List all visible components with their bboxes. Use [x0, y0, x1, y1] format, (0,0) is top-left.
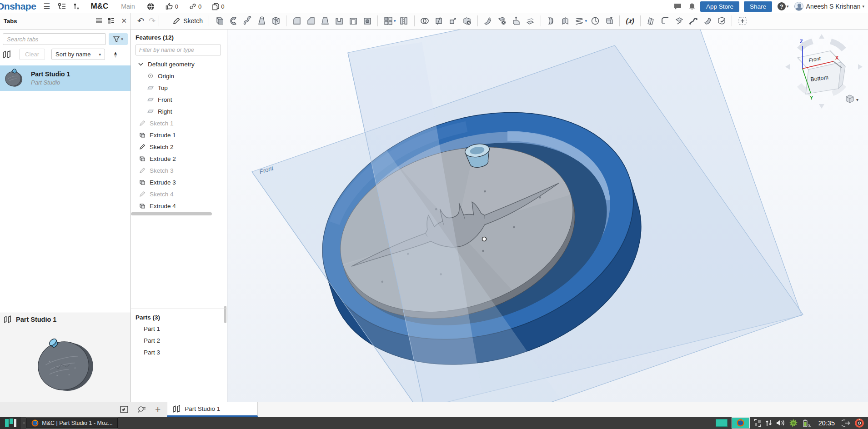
firefox-window-button[interactable]: M&C | Part Studio 1 - Moz...: [26, 418, 117, 428]
active-firefox-indicator[interactable]: [732, 417, 750, 429]
versions-icon[interactable]: [58, 3, 66, 10]
chevron-down-icon[interactable]: [136, 63, 145, 66]
copies-counter[interactable]: 0: [212, 3, 224, 10]
boolean-tool-icon[interactable]: [418, 14, 432, 28]
chamfer-tool-icon[interactable]: [304, 14, 318, 28]
tree-node-right-plane[interactable]: Right: [131, 105, 227, 117]
tree-node-extrude-1[interactable]: Extrude 1: [131, 129, 227, 141]
fillet-tool-icon[interactable]: [290, 14, 304, 28]
network-tray-icon[interactable]: [765, 419, 772, 427]
volume-tray-icon[interactable]: [776, 419, 785, 427]
validate-tool-icon[interactable]: [714, 14, 728, 28]
tab-list-item-part-studio-1[interactable]: Part Studio 1 Part Studio: [0, 65, 130, 91]
share-button[interactable]: Share: [744, 1, 772, 12]
globe-icon[interactable]: [147, 3, 155, 10]
split-tool-icon[interactable]: [432, 14, 446, 28]
list-view-icon[interactable]: [95, 18, 102, 24]
search-tabs-icon[interactable]: [137, 406, 146, 413]
links-counter[interactable]: 0: [189, 3, 201, 10]
trim-surface-tool-icon[interactable]: [700, 14, 714, 28]
battery-tray-icon[interactable]: [802, 419, 812, 427]
clear-filter-button[interactable]: Clear: [19, 49, 45, 60]
extrude-tool-icon[interactable]: [212, 14, 226, 28]
document-name[interactable]: M&C: [91, 2, 109, 11]
user-name[interactable]: Aneesh S Krishnan: [806, 3, 861, 10]
split-surface-tool-icon[interactable]: [672, 14, 686, 28]
undo-icon[interactable]: ↶: [137, 16, 144, 26]
filter-tabs-button[interactable]: ▾: [109, 33, 128, 45]
loft-tool-icon[interactable]: [255, 14, 269, 28]
workspace-switcher[interactable]: [0, 417, 21, 429]
user-avatar[interactable]: [794, 2, 803, 11]
sweep-tool-icon[interactable]: [241, 14, 255, 28]
offset-surface-tool-icon[interactable]: [544, 14, 558, 28]
parts-list-item-part-2[interactable]: Part 2: [131, 334, 227, 346]
app-indicator-icon[interactable]: [854, 418, 864, 428]
thicken-tool-icon[interactable]: [269, 14, 283, 28]
display-tray-icon[interactable]: [716, 419, 728, 427]
parts-list-item-part-1[interactable]: Part 1: [131, 323, 227, 334]
linear-pattern-tool-icon[interactable]: [381, 14, 395, 28]
routing-tool-icon[interactable]: [686, 14, 700, 28]
model-scene[interactable]: Front: [227, 30, 868, 402]
helix-dropdown-icon[interactable]: ▾: [585, 19, 587, 23]
3d-viewport[interactable]: Front: [227, 30, 868, 402]
shell-tool-icon[interactable]: [346, 14, 360, 28]
linear-pattern-dropdown-icon[interactable]: ▾: [394, 19, 396, 23]
custom-feature-tool-icon[interactable]: [735, 14, 749, 28]
tree-node-sketch-2[interactable]: Sketch 2: [131, 141, 227, 153]
helix-tool-icon[interactable]: [572, 14, 587, 28]
grid-view-icon[interactable]: [108, 18, 115, 24]
revolve-tool-icon[interactable]: [226, 14, 241, 28]
tree-node-extrude-4[interactable]: Extrude 4: [131, 200, 227, 212]
comments-icon[interactable]: [673, 3, 682, 10]
sketch-button[interactable]: Sketch: [170, 15, 206, 27]
mirror-tool-icon[interactable]: [397, 14, 411, 28]
fill-surface-tool-icon[interactable]: [558, 14, 572, 28]
notifications-bell-icon[interactable]: [688, 3, 696, 10]
delete-face-tool-icon[interactable]: [495, 14, 509, 28]
replace-face-tool-icon[interactable]: [509, 14, 523, 28]
tree-node-extrude-3[interactable]: Extrude 3: [131, 176, 227, 188]
variable-tool-icon[interactable]: (𝑥): [623, 14, 637, 28]
app-store-button[interactable]: App Store: [700, 1, 739, 12]
transform-tool-icon[interactable]: [446, 14, 460, 28]
enclose-tool-icon[interactable]: [644, 14, 658, 28]
tree-node-sketch-4[interactable]: Sketch 4: [131, 188, 227, 200]
filter-features-input[interactable]: [135, 45, 221, 55]
taskbar-grip[interactable]: ≡: [23, 421, 25, 425]
search-tabs-input[interactable]: [3, 33, 106, 45]
tree-node-front-plane[interactable]: Front: [131, 94, 227, 105]
help-menu[interactable]: ? ▾: [778, 2, 789, 10]
isometric-cube-icon[interactable]: [846, 95, 853, 103]
delete-part-tool-icon[interactable]: [460, 14, 474, 28]
view-options-chevron-icon[interactable]: ▾: [856, 97, 858, 102]
workspace-name[interactable]: Main: [121, 3, 135, 10]
onshape-logo[interactable]: Onshape: [0, 1, 36, 12]
add-tab-icon[interactable]: +: [155, 405, 161, 414]
wrap-tool-icon[interactable]: [602, 14, 616, 28]
horizontal-scrollbar[interactable]: [131, 212, 212, 215]
logout-tray-icon[interactable]: [842, 419, 850, 427]
tree-node-default-geometry[interactable]: Default geometry: [131, 58, 227, 70]
sort-direction-toggle[interactable]: ▲ ▼: [113, 51, 118, 58]
create-version-icon[interactable]: [73, 3, 79, 10]
close-tabs-panel-icon[interactable]: ✕: [121, 17, 127, 25]
offset-face-tool-icon[interactable]: [523, 14, 537, 28]
restore-panels-icon[interactable]: [120, 406, 128, 413]
tree-node-origin[interactable]: Origin: [131, 70, 227, 82]
tree-node-sketch-1[interactable]: Sketch 1: [131, 117, 227, 129]
user-menu-chevron-icon[interactable]: ▾: [862, 4, 864, 9]
origin-marker[interactable]: [482, 237, 487, 241]
view-cube[interactable]: Front Bottom Z X Y ▾: [783, 32, 864, 110]
hole-tool-icon[interactable]: [360, 14, 374, 28]
parts-list-item-part-3[interactable]: Part 3: [131, 346, 227, 358]
bend-tool-icon[interactable]: [658, 14, 672, 28]
revolve-surface-tool-icon[interactable]: [588, 14, 602, 28]
sort-tabs-select[interactable]: Sort by name ▾: [51, 49, 105, 60]
part-studio-tab[interactable]: Part Studio 1: [167, 402, 258, 417]
tree-node-sketch-3[interactable]: Sketch 3: [131, 165, 227, 176]
taskbar-clock[interactable]: 20:35: [818, 419, 835, 427]
likes-counter[interactable]: 0: [166, 3, 178, 10]
draft-tool-icon[interactable]: [318, 14, 332, 28]
